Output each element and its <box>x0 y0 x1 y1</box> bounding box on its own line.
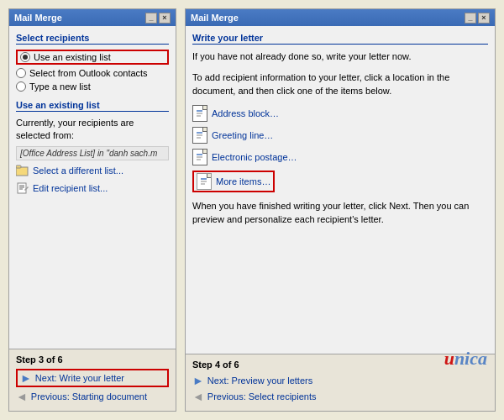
select-different-list-link[interactable]: Select a different list... <box>16 164 169 177</box>
intro-text-2: To add recipient information to your let… <box>192 71 488 98</box>
edit-recipient-list-link[interactable]: Edit recipient list... <box>16 181 169 195</box>
next-preview-arrow-icon: ► <box>192 374 204 387</box>
more-items-link[interactable]: More items… <box>192 171 488 192</box>
right-panel-title: Mail Merge <box>191 13 239 23</box>
greeting-line-icon <box>192 127 207 144</box>
finish-text: When you have finished writing your lett… <box>192 199 488 227</box>
unica-watermark: unica <box>444 348 487 370</box>
radio-label-new: Type a new list <box>29 81 91 92</box>
radio-circle-outlook <box>16 68 26 78</box>
unica-u-letter: u <box>444 348 454 369</box>
left-panel: Mail Merge _ × Select recipients Use an … <box>8 8 176 412</box>
prev-starting-document-link[interactable]: ◄ Previous: Starting document <box>16 390 169 403</box>
write-letter-heading: Write your letter <box>192 33 488 45</box>
next-arrow-icon: ► <box>20 371 32 385</box>
next-preview-letters-label: Next: Preview your letters <box>207 375 312 386</box>
prev-select-recipients-label: Previous: Select recipients <box>207 391 317 402</box>
radio-circle-new <box>16 81 26 92</box>
radio-type-new-list[interactable]: Type a new list <box>16 81 169 92</box>
next-write-letter-link[interactable]: ► Next: Write your letter <box>16 369 169 387</box>
current-source-text: [Office Address List] in "danh sach.m <box>16 146 169 160</box>
use-existing-heading: Use an existing list <box>16 100 169 112</box>
left-panel-title: Mail Merge <box>14 13 62 23</box>
close-button[interactable]: × <box>159 13 171 24</box>
select-recipients-heading: Select recipients <box>16 33 169 45</box>
more-items-icon <box>197 173 212 190</box>
prev-arrow-icon: ◄ <box>16 390 28 403</box>
next-write-letter-label: Next: Write your letter <box>35 373 124 383</box>
right-panel-content: Write your letter If you have not alread… <box>186 26 495 354</box>
next-preview-letters-link[interactable]: ► Next: Preview your letters <box>192 374 488 387</box>
prev-starting-document-label: Previous: Starting document <box>31 391 147 402</box>
minimize-button[interactable]: _ <box>145 13 157 24</box>
radio-use-existing-list[interactable]: Use an existing list <box>16 50 169 65</box>
greeting-line-label: Greeting line… <box>212 130 273 140</box>
radio-select-outlook[interactable]: Select from Outlook contacts <box>16 68 169 78</box>
select-different-list-label: Select a different list... <box>33 165 123 176</box>
radio-circle-existing <box>20 52 30 62</box>
left-panel-footer: Step 3 of 6 ► Next: Write your letter ◄ … <box>9 349 176 411</box>
prev-select-arrow-icon: ◄ <box>192 390 204 403</box>
electronic-postage-icon <box>192 149 207 165</box>
more-items-highlighted-box: More items… <box>192 171 275 192</box>
prev-select-recipients-link[interactable]: ◄ Previous: Select recipients <box>192 390 488 403</box>
edit-recipient-list-label: Edit recipient list... <box>33 183 108 193</box>
unica-suffix: nica <box>454 348 487 369</box>
edit-icon <box>16 181 29 195</box>
right-minimize-button[interactable]: _ <box>465 13 476 24</box>
greeting-line-link[interactable]: Greeting line… <box>192 127 488 144</box>
electronic-postage-label: Electronic postage… <box>212 152 297 162</box>
right-close-button[interactable]: × <box>478 13 490 24</box>
address-block-icon <box>192 105 207 122</box>
more-items-label: More items… <box>216 176 270 186</box>
intro-text-1: If you have not already done so, write y… <box>192 50 488 64</box>
left-panel-title-bar: Mail Merge _ × <box>9 9 176 26</box>
folder-icon <box>16 164 29 177</box>
info-text-recipients: Currently, your recipients are selected … <box>16 117 169 143</box>
address-block-link[interactable]: Address block… <box>192 105 488 122</box>
svg-rect-1 <box>16 165 21 168</box>
radio-label-outlook: Select from Outlook contacts <box>29 68 148 78</box>
electronic-postage-link[interactable]: Electronic postage… <box>192 149 488 165</box>
radio-label-existing: Use an existing list <box>34 52 111 62</box>
svg-rect-2 <box>18 183 26 193</box>
right-panel-title-bar: Mail Merge _ × <box>186 9 495 26</box>
address-block-label: Address block… <box>212 108 279 118</box>
left-panel-content: Select recipients Use an existing list S… <box>9 26 176 349</box>
left-step-label: Step 3 of 6 <box>16 354 169 365</box>
